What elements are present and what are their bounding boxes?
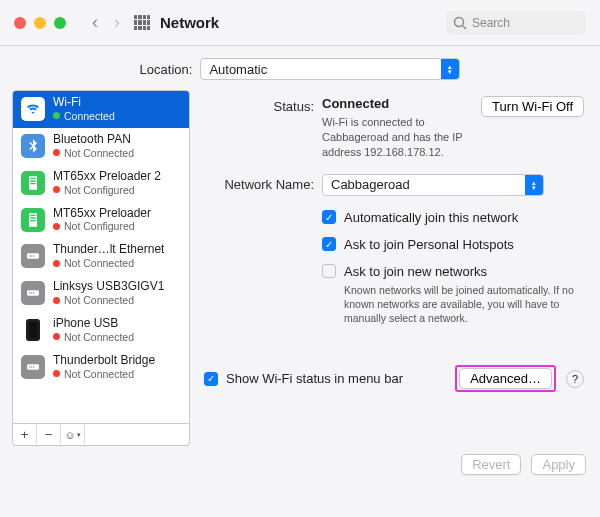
all-prefs-icon[interactable] [134, 15, 150, 31]
chevron-updown-icon: ▴▾ [525, 175, 543, 195]
zoom-icon[interactable] [54, 17, 66, 29]
forward-button[interactable]: › [106, 12, 128, 34]
status-dot-icon [53, 260, 60, 267]
service-icon [21, 208, 45, 232]
svg-point-4 [31, 256, 32, 257]
service-icon [21, 134, 45, 158]
status-dot-icon [53, 370, 60, 377]
minimize-icon[interactable] [34, 17, 46, 29]
service-icon [21, 355, 45, 379]
checkmark-icon: ✓ [322, 237, 336, 251]
svg-point-11 [29, 366, 30, 367]
ask-hotspots-checkbox[interactable]: ✓ Ask to join Personal Hotspots [322, 237, 584, 252]
window-controls [14, 17, 66, 29]
service-status: Not Configured [53, 220, 151, 232]
service-name: MT65xx Preloader 2 [53, 170, 161, 184]
location-label: Location: [140, 62, 193, 77]
network-name-select[interactable]: Cabbageroad ▴▾ [322, 174, 544, 196]
service-icon [21, 97, 45, 121]
sidebar-item-bluetooth-pan[interactable]: Bluetooth PANNot Connected [13, 128, 189, 165]
status-dot-icon [53, 186, 60, 193]
advanced-highlight: Advanced… [455, 365, 556, 392]
svg-point-9 [33, 293, 34, 294]
sidebar-item-mt65xx-preloader-2[interactable]: MT65xx Preloader 2Not Configured [13, 165, 189, 202]
service-list[interactable]: Wi-FiConnectedBluetooth PANNot Connected… [12, 90, 190, 424]
service-name: iPhone USB [53, 317, 134, 331]
search-icon [452, 15, 468, 31]
service-toolbar: + − ☺︎▾ [12, 424, 190, 446]
service-icon [21, 281, 45, 305]
detail-pane: Status: Connected Wi-Fi is connected to … [200, 90, 588, 446]
service-name: Thunder…lt Ethernet [53, 243, 164, 257]
checkbox-empty-icon [322, 264, 336, 278]
checkmark-icon: ✓ [322, 210, 336, 224]
status-dot-icon [53, 112, 60, 119]
service-icon [21, 318, 45, 342]
auto-join-checkbox[interactable]: ✓ Automatically join this network [322, 210, 584, 225]
ask-new-description: Known networks will be joined automatica… [344, 283, 574, 326]
remove-service-button[interactable]: − [37, 424, 61, 445]
svg-point-3 [29, 256, 30, 257]
service-icon [21, 244, 45, 268]
sidebar-item-wi-fi[interactable]: Wi-FiConnected [13, 91, 189, 128]
svg-point-13 [33, 366, 34, 367]
service-icon [21, 171, 45, 195]
service-status: Not Connected [53, 368, 155, 380]
service-status: Not Connected [53, 147, 134, 159]
svg-point-5 [33, 256, 34, 257]
sidebar-item-thunderbolt-bridge[interactable]: Thunderbolt BridgeNot Connected [13, 349, 189, 386]
status-dot-icon [53, 333, 60, 340]
add-service-button[interactable]: + [13, 424, 37, 445]
service-name: MT65xx Preloader [53, 207, 151, 221]
sidebar-item-thunder-lt-ethernet[interactable]: Thunder…lt EthernetNot Connected [13, 238, 189, 275]
service-name: Bluetooth PAN [53, 133, 134, 147]
ask-new-networks-checkbox[interactable]: Ask to join new networks [322, 264, 584, 279]
service-status: Not Connected [53, 294, 164, 306]
status-dot-icon [53, 149, 60, 156]
window-title: Network [160, 14, 446, 31]
checkmark-icon: ✓ [204, 372, 218, 386]
svg-point-8 [31, 293, 32, 294]
apply-button[interactable]: Apply [531, 454, 586, 475]
service-status: Not Connected [53, 331, 134, 343]
service-actions-button[interactable]: ☺︎▾ [61, 424, 85, 445]
titlebar: ‹ › Network Search [0, 0, 600, 46]
location-row: Location: Automatic ▴▾ [12, 58, 588, 80]
service-name: Thunderbolt Bridge [53, 354, 155, 368]
revert-button[interactable]: Revert [461, 454, 521, 475]
advanced-button[interactable]: Advanced… [459, 368, 552, 389]
status-label: Status: [204, 96, 322, 114]
service-name: Wi-Fi [53, 96, 115, 110]
sidebar-item-linksys-usb3gigv1[interactable]: Linksys USB3GIGV1Not Connected [13, 275, 189, 312]
svg-point-0 [455, 17, 464, 26]
status-description: Wi-Fi is connected to Cabbageroad and ha… [322, 115, 481, 160]
network-name-label: Network Name: [204, 174, 322, 192]
sidebar-item-iphone-usb[interactable]: iPhone USBNot Connected [13, 312, 189, 349]
search-input[interactable]: Search [446, 11, 586, 35]
show-status-checkbox[interactable]: ✓ Show Wi-Fi status in menu bar [204, 371, 455, 386]
svg-line-1 [463, 26, 466, 29]
service-status: Not Configured [53, 184, 161, 196]
status-dot-icon [53, 297, 60, 304]
svg-point-7 [29, 293, 30, 294]
close-icon[interactable] [14, 17, 26, 29]
status-dot-icon [53, 223, 60, 230]
location-select[interactable]: Automatic ▴▾ [200, 58, 460, 80]
service-status: Not Connected [53, 257, 164, 269]
footer: Revert Apply [0, 446, 600, 487]
help-button[interactable]: ? [566, 370, 584, 388]
chevron-updown-icon: ▴▾ [441, 59, 459, 79]
sidebar-item-mt65xx-preloader[interactable]: MT65xx PreloaderNot Configured [13, 202, 189, 239]
status-value: Connected [322, 96, 481, 111]
turn-wifi-off-button[interactable]: Turn Wi-Fi Off [481, 96, 584, 117]
service-name: Linksys USB3GIGV1 [53, 280, 164, 294]
back-button[interactable]: ‹ [84, 12, 106, 34]
service-status: Connected [53, 110, 115, 122]
svg-point-12 [31, 366, 32, 367]
